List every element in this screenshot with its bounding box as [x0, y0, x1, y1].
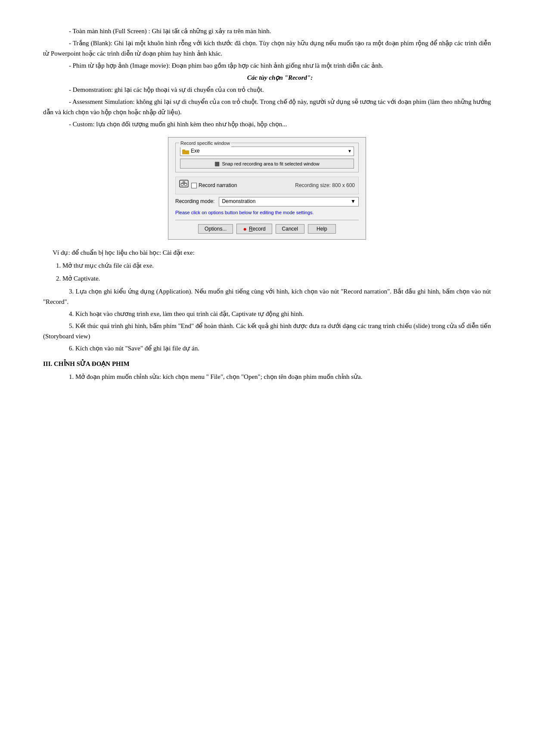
record-narration-text: Record narration	[199, 181, 237, 190]
record-specific-window-dialog: Record specific window Exe ▼	[168, 137, 366, 240]
step1: 1. Mở thư mục chứa file cài đặt exe.	[56, 260, 491, 271]
step2: 2. Mở Captivate.	[56, 273, 491, 284]
step6: 6. Kích chọn vào nút "Save" để ghi lại f…	[69, 343, 491, 353]
record-heading: Các tùy chọn "Record":	[69, 72, 491, 83]
paragraph-demonstration: - Demonstration: ghi lại các hộp thoại v…	[43, 84, 491, 95]
svg-rect-6	[183, 181, 185, 183]
recording-mode-row: Recording mode: Demonstration ▼	[175, 197, 359, 206]
exe-dropdown-row: Exe ▼	[180, 147, 354, 156]
group-title-label: Record specific window	[179, 140, 231, 147]
tape-icon	[179, 179, 189, 192]
record-narration-checkbox[interactable]	[191, 183, 197, 188]
section3-paragraph1: 1. Mở đoạn phim muốn chỉnh sửa: kích chọ…	[43, 372, 491, 382]
svg-rect-1	[182, 150, 185, 151]
paragraph-custom: - Custom: lựa chọn đối tượng muốn ghi hì…	[43, 119, 491, 129]
mode-dropdown-value: Demonstration	[222, 197, 255, 206]
section3-heading: III. CHỈNH SỬA ĐOẠN PHIM	[43, 359, 491, 369]
record-narration-label[interactable]: Record narration	[191, 181, 237, 190]
button-row: Options... ● RRecordecord Cancel Help	[175, 224, 359, 234]
folder-svg-icon	[182, 149, 189, 154]
step3: 3. Lựa chọn ghi kiểu ứng dụng (Applicati…	[43, 286, 491, 307]
paragraph-image-movie: - Phim từ tập hợp ảnh (Image movie): Đoạ…	[43, 60, 491, 71]
note-text: Please click on options button below for…	[175, 209, 359, 217]
folder-icon: Exe	[182, 147, 200, 155]
help-button[interactable]: Help	[308, 224, 336, 234]
mode-dropdown[interactable]: Demonstration ▼	[219, 197, 359, 206]
record-narration-row: Record narration Recording size: 800 x 6…	[175, 177, 359, 194]
dialog-container: Record specific window Exe ▼	[43, 137, 491, 240]
snap-button-row: ▦ Snap red recording area to fit selecte…	[180, 159, 354, 169]
svg-rect-2	[180, 180, 188, 187]
mode-dropdown-arrow: ▼	[351, 197, 356, 206]
step4: 4. Kích hoạt vào chương trình exe, làm t…	[43, 309, 491, 319]
snap-button[interactable]: ▦ Snap red recording area to fit selecte…	[180, 159, 354, 169]
recording-size-label: Recording size: 800 x 600	[295, 181, 355, 190]
snap-button-label: Snap red recording area to fit selected …	[222, 161, 319, 166]
record-specific-window-group: Record specific window Exe ▼	[175, 143, 359, 172]
cassette-icon	[179, 179, 189, 188]
divider-line	[175, 220, 359, 220]
exe-dropdown-arrow: ▼	[348, 148, 352, 155]
svg-point-3	[181, 183, 183, 186]
record-underline-r: R	[249, 226, 253, 232]
record-bullet-icon: ●	[243, 225, 246, 232]
exe-dropdown[interactable]: Exe ▼	[180, 147, 354, 156]
record-narration-left: Record narration	[179, 179, 237, 192]
paragraph-blank: - Trắng (Blank): Ghi lại một khuôn hình …	[43, 38, 491, 59]
paragraph-fullscreen: - Toàn màn hình (Full Screen) : Ghi lại …	[43, 26, 491, 36]
cancel-button[interactable]: Cancel	[276, 224, 304, 234]
record-button[interactable]: ● RRecordecord	[236, 224, 272, 234]
example-intro: Ví dụ: để chuẩn bị học liệu cho bài học:…	[43, 247, 491, 258]
paragraph-assessment: - Assessment Simulation: không ghi lại s…	[43, 97, 491, 117]
recording-mode-label: Recording mode:	[175, 197, 214, 206]
exe-label: Exe	[191, 147, 200, 155]
options-button[interactable]: Options...	[198, 224, 233, 234]
snap-icon: ▦	[214, 160, 220, 167]
step5: 5. Kết thúc quá trình ghi hình, bấm phím…	[43, 321, 491, 341]
svg-point-4	[184, 183, 187, 186]
